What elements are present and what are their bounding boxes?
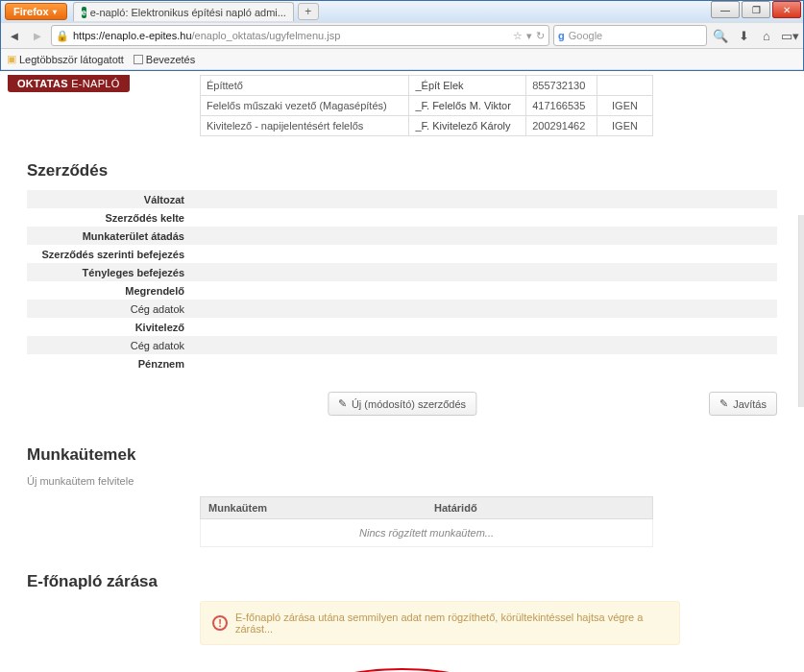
- edit-icon: ✎: [338, 397, 347, 410]
- table-row: Felelős műszaki vezető (Magasépítés)_F. …: [201, 96, 653, 116]
- contract-label: Cég adatok: [27, 340, 198, 351]
- col-deadline: Határidő: [426, 497, 652, 518]
- search-go-icon[interactable]: 🔍: [711, 26, 730, 45]
- contract-row: Szerződés kelte: [27, 208, 777, 227]
- back-button[interactable]: ◄: [5, 26, 24, 45]
- pencil-icon: ✎: [719, 397, 728, 410]
- flag-cell: IGEN: [597, 96, 653, 116]
- workitems-header-row: Munkaütem Határidő: [200, 496, 653, 519]
- reload-icon[interactable]: ↻: [536, 30, 545, 42]
- close-warning-text: E-főnapló zárása utána semmilyen adat ne…: [235, 612, 668, 635]
- new-tab-button[interactable]: +: [298, 3, 319, 20]
- bookmark-intro[interactable]: Bevezetés: [134, 54, 195, 65]
- browser-tab[interactable]: e e-napló: Elektronikus építési napló ad…: [73, 2, 294, 21]
- contract-label: Tényleges befejezés: [27, 267, 198, 278]
- contract-label: Kivitelező: [27, 322, 198, 333]
- url-bar[interactable]: 🔒 https://enaplo.e-epites.hu/enaplo_okta…: [51, 25, 549, 46]
- contract-row: Cég adatok: [27, 336, 777, 354]
- id-cell: 200291462: [526, 116, 597, 136]
- role-cell: Kivitelező - napijelentésért felelős: [201, 116, 409, 136]
- workitems-heading: Munkaütemek: [27, 445, 777, 465]
- add-workitem-link[interactable]: Új munkaütem felvitele: [27, 475, 134, 487]
- contract-row: Cég adatok: [27, 300, 777, 318]
- contract-row: Kivitelező: [27, 318, 777, 336]
- table-row: Építtető_Épít Elek855732130: [201, 76, 653, 96]
- edit-button[interactable]: ✎ Javítás: [709, 392, 777, 416]
- highlight-ellipse: 🔒 E-főnapló zárása: [314, 668, 490, 672]
- download-icon[interactable]: ⬇: [734, 26, 753, 45]
- scrollbar[interactable]: [798, 215, 804, 407]
- id-cell: 855732130: [526, 76, 597, 96]
- close-heading: E-főnapló zárása: [27, 572, 777, 591]
- contract-label: Szerződés szerinti befejezés: [27, 249, 198, 260]
- contract-label: Pénznem: [27, 358, 198, 370]
- flag-cell: [597, 76, 653, 96]
- contract-label: Megrendelő: [27, 285, 198, 297]
- url-path: /enaplo_oktatas/ugyfelmenu.jsp: [192, 30, 341, 41]
- dropdown-icon[interactable]: ▾: [526, 30, 532, 42]
- firefox-menu-button[interactable]: Firefox ▾: [5, 3, 67, 20]
- google-icon: g: [558, 30, 565, 41]
- forward-button: ►: [28, 26, 47, 45]
- contract-label: Cég adatok: [27, 303, 198, 315]
- window-minimize-button[interactable]: —: [711, 1, 740, 18]
- chevron-down-icon: ▾: [53, 8, 57, 16]
- site-favicon-icon: e: [82, 7, 86, 18]
- search-input[interactable]: g Google: [553, 25, 707, 46]
- role-cell: Felelős műszaki vezető (Magasépítés): [201, 96, 409, 116]
- role-cell: Építtető: [201, 76, 409, 96]
- name-cell: _F. Kivitelező Károly: [409, 116, 526, 136]
- name-cell: _F. Felelős M. Viktor: [409, 96, 526, 116]
- warning-icon: !: [212, 615, 228, 631]
- contract-row: Pénznem: [27, 354, 777, 372]
- col-workitem: Munkaütem: [201, 497, 426, 518]
- star-icon[interactable]: ☆: [513, 30, 523, 42]
- bookmarks-dropdown-icon[interactable]: ▭▾: [780, 26, 799, 45]
- table-row: Kivitelező - napijelentésért felelős_F. …: [201, 116, 653, 136]
- url-host: https://enaplo.e-epites.hu: [73, 30, 192, 41]
- contract-label: Munkaterület átadás: [27, 230, 198, 242]
- contract-label: Szerződés kelte: [27, 212, 198, 224]
- window-maximize-button[interactable]: ❐: [742, 1, 770, 18]
- flag-cell: IGEN: [597, 116, 653, 136]
- contract-label: Változat: [27, 194, 198, 205]
- folder-icon: ▣: [7, 53, 16, 65]
- checkbox-icon: [134, 55, 143, 64]
- new-contract-button[interactable]: ✎ Új (módosító) szerződés: [328, 392, 476, 416]
- tab-title: e-napló: Elektronikus építési napló admi…: [90, 7, 286, 18]
- lock-icon: 🔒: [56, 30, 69, 42]
- contract-row: Szerződés szerinti befejezés: [27, 245, 777, 263]
- contract-row: Változat: [27, 190, 777, 208]
- home-icon[interactable]: ⌂: [757, 26, 776, 45]
- id-cell: 417166535: [526, 96, 597, 116]
- roles-table: Építtető_Épít Elek855732130Felelős műsza…: [200, 75, 653, 136]
- workitems-empty: Nincs rögzített munkaütem...: [200, 519, 653, 547]
- contract-row: Tényleges befejezés: [27, 263, 777, 281]
- close-warning-alert: ! E-főnapló zárása utána semmilyen adat …: [200, 601, 680, 645]
- firefox-label: Firefox: [13, 6, 49, 17]
- search-placeholder: Google: [569, 30, 602, 41]
- contract-row: Megrendelő: [27, 281, 777, 300]
- name-cell: _Épít Elek: [409, 76, 526, 96]
- bookmark-most-visited[interactable]: ▣ Legtöbbször látogatott: [7, 53, 124, 65]
- contract-row: Munkaterület átadás: [27, 227, 777, 245]
- window-close-button[interactable]: ✕: [772, 1, 801, 18]
- brand-badge: OKTATAS E-NAPLÓ: [8, 75, 130, 92]
- contract-heading: Szerződés: [27, 161, 777, 180]
